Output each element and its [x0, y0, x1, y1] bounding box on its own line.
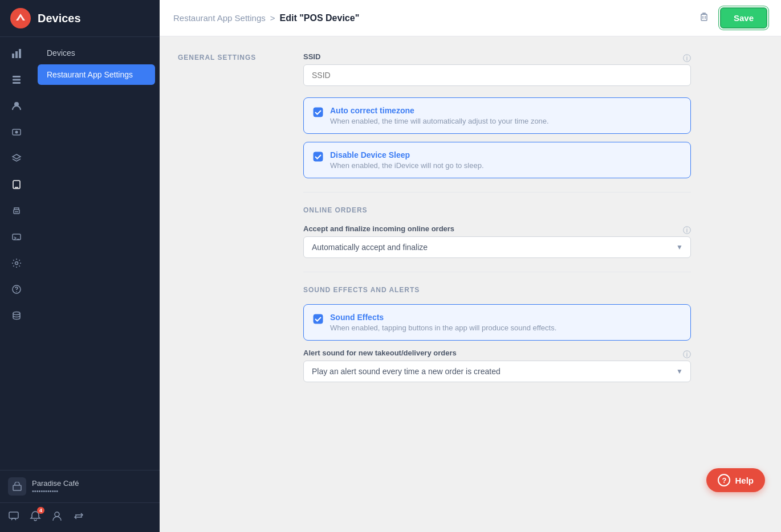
transfer-icon[interactable]	[73, 510, 84, 525]
notification-badge: 4	[37, 507, 44, 514]
nav-icon-settings[interactable]	[5, 251, 29, 275]
breadcrumb-separator: >	[270, 13, 275, 23]
accept-group: Accept and finalize incoming online orde…	[303, 224, 691, 258]
nav-list: Devices Restaurant App Settings	[33, 37, 160, 470]
icon-rail	[0, 37, 33, 470]
svg-rect-26	[314, 108, 323, 117]
notification-icon[interactable]: 4	[30, 510, 41, 525]
sidebar-title: Devices	[38, 12, 81, 25]
breadcrumb: Restaurant App Settings > Edit "POS Devi…	[173, 13, 359, 23]
right-panel: SSID ⓘ Auto correct timezone When enable…	[303, 52, 691, 516]
svg-rect-28	[314, 314, 323, 324]
nav-icon-terminal[interactable]	[5, 225, 29, 249]
svg-rect-2	[15, 51, 18, 58]
svg-rect-1	[12, 54, 14, 58]
accept-select[interactable]: Automatically accept and finalize Manual…	[303, 236, 691, 258]
nav-icon-database[interactable]	[5, 304, 29, 328]
auto-timezone-title: Auto correct timezone	[330, 106, 549, 115]
ssid-info-icon[interactable]: ⓘ	[683, 54, 691, 64]
profile-icon[interactable]	[51, 510, 63, 525]
chat-icon[interactable]	[8, 510, 19, 525]
breadcrumb-link[interactable]: Restaurant App Settings	[173, 13, 266, 23]
disable-sleep-desc: When enabled, the iDevice will not go to…	[330, 161, 484, 170]
accept-select-wrap: Automatically accept and finalize Manual…	[303, 236, 691, 258]
svg-point-9	[15, 131, 18, 134]
sound-effects-title: Sound Effects	[330, 313, 556, 322]
auto-timezone-card[interactable]: Auto correct timezone When enabled, the …	[303, 97, 691, 134]
cafe-name: Paradise Café	[32, 479, 79, 488]
cafe-sub: ••••••••••••	[32, 488, 79, 494]
sidebar-footer-info: Paradise Café ••••••••••••	[32, 479, 79, 494]
auto-timezone-text: Auto correct timezone When enabled, the …	[330, 106, 549, 125]
sound-effects-text: Sound Effects When enabled, tapping butt…	[330, 313, 556, 332]
svg-rect-21	[9, 512, 18, 518]
left-panel: GENERAL SETTINGS	[178, 52, 280, 516]
svg-rect-20	[13, 485, 21, 490]
sidebar-item-restaurant-app-settings[interactable]: Restaurant App Settings	[38, 64, 155, 85]
alert-sound-info-icon[interactable]: ⓘ	[683, 350, 691, 360]
nav-icon-layers[interactable]	[5, 146, 29, 170]
svg-rect-13	[15, 211, 18, 212]
nav-icon-orders[interactable]	[5, 68, 29, 92]
topbar-actions: Save	[695, 7, 767, 28]
sidebar-content: Devices Restaurant App Settings	[0, 37, 160, 470]
sidebar-footer-area: Paradise Café •••••••••••• 4	[0, 470, 160, 532]
svg-point-22	[55, 512, 59, 517]
app-logo	[10, 8, 31, 28]
page-title: Edit "POS Device"	[280, 13, 360, 23]
disable-sleep-text: Disable Device Sleep When enabled, the i…	[330, 150, 484, 170]
sidebar-item-devices[interactable]: Devices	[38, 43, 155, 63]
main-area: Restaurant App Settings > Edit "POS Devi…	[160, 0, 781, 532]
sound-effects-label: SOUND EFFECTS AND ALERTS	[303, 286, 691, 294]
nav-icon-help[interactable]	[5, 277, 29, 301]
disable-sleep-title: Disable Device Sleep	[330, 150, 484, 159]
help-label: Help	[735, 476, 754, 485]
nav-icon-media[interactable]	[5, 120, 29, 144]
auto-timezone-desc: When enabled, the time will automaticall…	[330, 117, 549, 125]
online-orders-label: ONLINE ORDERS	[303, 206, 691, 214]
alert-sound-select[interactable]: Play an alert sound every time a new ord…	[303, 361, 691, 382]
svg-rect-27	[314, 152, 323, 161]
sidebar: Devices	[0, 0, 160, 532]
ssid-input[interactable]	[303, 64, 691, 86]
nav-icon-chart[interactable]	[5, 42, 29, 66]
sound-effects-checkbox	[313, 314, 323, 324]
svg-rect-3	[19, 49, 21, 58]
nav-icon-customers[interactable]	[5, 94, 29, 118]
content-area: GENERAL SETTINGS SSID ⓘ Auto correct tim…	[160, 36, 781, 532]
divider-1	[303, 192, 691, 193]
ssid-label: SSID	[303, 52, 320, 61]
topbar: Restaurant App Settings > Edit "POS Devi…	[160, 0, 781, 36]
svg-point-16	[15, 262, 18, 265]
store-icon	[8, 477, 26, 496]
save-button[interactable]: Save	[720, 7, 767, 28]
sidebar-header: Devices	[0, 0, 160, 37]
svg-point-18	[16, 291, 17, 292]
svg-rect-23	[701, 14, 707, 21]
help-button[interactable]: ? Help	[706, 468, 765, 492]
alert-sound-label: Alert sound for new takeout/delivery ord…	[303, 349, 457, 357]
sound-effects-card[interactable]: Sound Effects When enabled, tapping butt…	[303, 304, 691, 341]
delete-button[interactable]	[695, 7, 713, 28]
disable-sleep-checkbox	[313, 152, 323, 162]
accept-info-icon[interactable]: ⓘ	[683, 226, 691, 236]
svg-rect-5	[13, 79, 21, 81]
help-circle-icon: ?	[718, 474, 730, 486]
alert-sound-group: Alert sound for new takeout/delivery ord…	[303, 349, 691, 382]
bottom-toolbar: 4	[0, 502, 160, 532]
general-settings-label: GENERAL SETTINGS	[178, 54, 280, 62]
accept-label: Accept and finalize incoming online orde…	[303, 224, 454, 233]
sound-effects-desc: When enabled, tapping buttons in the app…	[330, 324, 556, 332]
disable-sleep-card[interactable]: Disable Device Sleep When enabled, the i…	[303, 142, 691, 178]
nav-icon-devices[interactable]	[5, 173, 29, 197]
svg-point-19	[13, 312, 20, 315]
svg-rect-6	[13, 82, 21, 84]
alert-sound-select-wrap: Play an alert sound every time a new ord…	[303, 361, 691, 382]
auto-timezone-checkbox	[313, 107, 323, 117]
svg-rect-4	[13, 76, 21, 77]
divider-2	[303, 272, 691, 272]
sidebar-footer: Paradise Café ••••••••••••	[0, 470, 160, 502]
ssid-group: SSID ⓘ	[303, 52, 691, 86]
nav-icon-printer[interactable]	[5, 199, 29, 223]
